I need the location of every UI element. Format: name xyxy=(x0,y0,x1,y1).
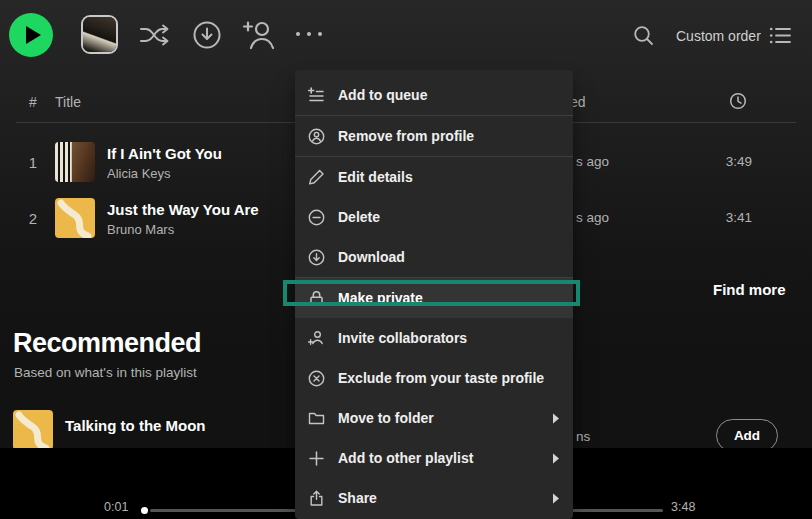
menu-item-label: Share xyxy=(338,490,377,506)
column-header-title: Title xyxy=(55,94,81,110)
folder-icon xyxy=(308,410,325,427)
track-number: 1 xyxy=(24,154,42,171)
list-view-icon[interactable] xyxy=(769,26,792,49)
track-title[interactable]: If I Ain't Got You xyxy=(107,145,222,162)
total-duration: 3:48 xyxy=(671,500,695,514)
menu-item-exclude-from-taste-profile[interactable]: Exclude from your taste profile xyxy=(295,358,573,398)
playlist-cover-thumbnail[interactable] xyxy=(81,15,118,54)
find-more-button[interactable]: Find more xyxy=(713,281,786,298)
add-to-queue-icon xyxy=(308,87,325,104)
share-icon xyxy=(308,490,325,507)
menu-item-move-to-folder[interactable]: Move to folder xyxy=(295,398,573,438)
menu-item-download[interactable]: Download xyxy=(295,237,573,277)
menu-item-remove-from-profile[interactable]: Remove from profile xyxy=(295,116,573,156)
menu-item-invite-collaborators[interactable]: Invite collaborators xyxy=(295,318,573,358)
menu-item-label: Edit details xyxy=(338,169,413,185)
search-icon[interactable] xyxy=(633,25,654,50)
album-art xyxy=(55,198,95,238)
submenu-chevron-icon xyxy=(552,493,560,504)
track-title[interactable]: Just the Way You Are xyxy=(107,201,259,218)
menu-item-label: Delete xyxy=(338,209,380,225)
date-added-partial: s ago xyxy=(576,154,609,169)
download-icon[interactable] xyxy=(192,20,222,54)
recommended-subtitle: Based on what's in this playlist xyxy=(14,365,197,380)
sort-order-button[interactable]: Custom order xyxy=(676,28,761,44)
playlist-page: Custom order # Title ed 1 If I Ain't Got… xyxy=(0,0,812,519)
add-collaborator-icon[interactable] xyxy=(241,18,277,56)
track-artist[interactable]: Bruno Mars xyxy=(107,222,174,237)
user-circle-icon xyxy=(308,128,325,145)
menu-item-add-to-queue[interactable]: Add to queue xyxy=(295,75,573,115)
elapsed-time: 0:01 xyxy=(104,500,128,514)
playhead-handle[interactable] xyxy=(141,507,148,514)
menu-item-label: Add to queue xyxy=(338,87,427,103)
album-name-partial: ns xyxy=(576,429,590,444)
track-duration: 3:41 xyxy=(712,210,752,225)
more-options-icon[interactable] xyxy=(296,32,322,36)
menu-item-add-to-other-playlist[interactable]: Add to other playlist xyxy=(295,438,573,478)
menu-item-label: Remove from profile xyxy=(338,128,474,144)
album-art xyxy=(13,410,53,450)
date-added-partial: s ago xyxy=(576,210,609,225)
play-button[interactable] xyxy=(9,13,53,57)
menu-item-label: Exclude from your taste profile xyxy=(338,370,544,386)
duration-clock-icon xyxy=(729,92,747,114)
playlist-cover-art xyxy=(83,17,116,52)
pencil-icon xyxy=(308,169,325,186)
play-icon xyxy=(26,26,41,44)
track-duration: 3:49 xyxy=(712,154,752,169)
column-header-index: # xyxy=(24,94,42,110)
menu-item-share[interactable]: Share xyxy=(295,478,573,518)
plus-icon xyxy=(308,450,325,467)
menu-item-delete[interactable]: Delete xyxy=(295,197,573,237)
menu-item-make-private[interactable]: Make private xyxy=(295,278,573,318)
submenu-chevron-icon xyxy=(552,453,560,464)
lock-icon xyxy=(308,290,325,307)
track-title[interactable]: Talking to the Moon xyxy=(65,417,206,434)
menu-item-label: Add to other playlist xyxy=(338,450,473,466)
x-circle-icon xyxy=(308,370,325,387)
menu-item-label: Invite collaborators xyxy=(338,330,467,346)
menu-item-label: Move to folder xyxy=(338,410,434,426)
download-circle-icon xyxy=(308,249,325,266)
context-menu: Add to queue Remove from profile Edit de… xyxy=(295,70,573,519)
recommended-heading: Recommended xyxy=(13,328,201,359)
track-artist[interactable]: Alicia Keys xyxy=(107,166,171,181)
shuffle-icon[interactable] xyxy=(139,23,170,52)
menu-item-edit-details[interactable]: Edit details xyxy=(295,157,573,197)
user-plus-icon xyxy=(308,330,325,347)
minus-circle-icon xyxy=(308,209,325,226)
menu-item-label: Download xyxy=(338,249,405,265)
track-number: 2 xyxy=(24,210,42,227)
submenu-chevron-icon xyxy=(552,413,560,424)
menu-item-label: Make private xyxy=(338,290,423,306)
album-art xyxy=(55,142,95,182)
